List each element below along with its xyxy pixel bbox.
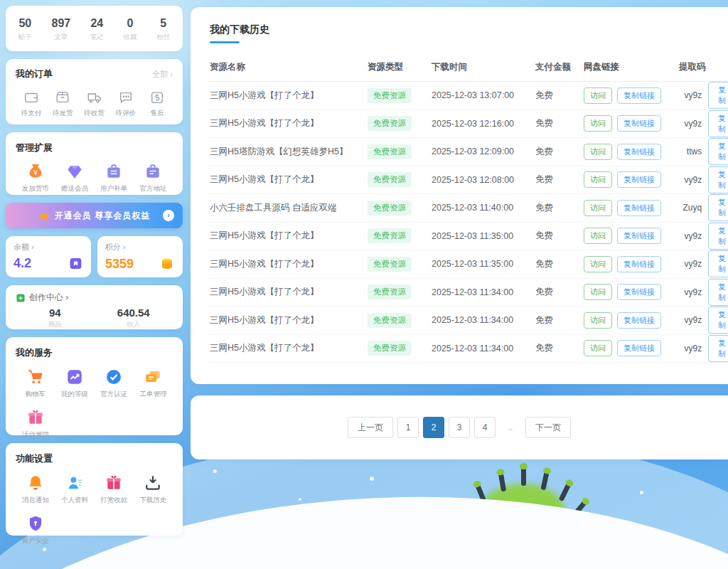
balance-card[interactable]: 余额 › 4.2 xyxy=(6,236,91,277)
stat-value: 50 xyxy=(18,17,32,30)
visit-button[interactable]: 访问 xyxy=(584,228,612,244)
visit-button[interactable]: 访问 xyxy=(584,256,612,272)
header-pay-amount: 支付金额 xyxy=(535,61,584,73)
copy-code-button[interactable]: 复制 xyxy=(708,138,728,165)
pay-amount: 免费 xyxy=(535,230,584,242)
copy-link-button[interactable]: 复制链接 xyxy=(617,312,661,329)
next-page-button[interactable]: 下一页 xyxy=(525,417,571,438)
order-item-pending-receive[interactable]: 待收货 xyxy=(78,90,109,118)
order-item-after-sales[interactable]: 售后 xyxy=(141,90,173,118)
stat-favorites[interactable]: 0 收藏 xyxy=(124,17,137,42)
copy-code-button[interactable]: 复制 xyxy=(708,307,728,334)
copy-code-button[interactable]: 复制 xyxy=(708,194,728,221)
copy-code-button[interactable]: 复制 xyxy=(708,223,728,250)
copy-code-button[interactable]: 复制 xyxy=(708,166,728,193)
coins-icon xyxy=(159,256,175,272)
copy-code-button[interactable]: 复制 xyxy=(708,335,728,362)
resource-type-badge: 免费资源 xyxy=(368,116,412,131)
settings-card: 功能设置 消息通知 个人资料 打赏收款 下载历史 账户安全 xyxy=(6,443,183,536)
shield-icon xyxy=(26,514,45,533)
page-button-..[interactable]: .. xyxy=(500,417,521,438)
copy-link-button[interactable]: 复制链接 xyxy=(617,115,661,132)
admin-item-gift-membership[interactable]: 赠送会员 xyxy=(55,162,94,193)
stat-fans[interactable]: 5 粉丝 xyxy=(156,17,170,42)
copy-code-button[interactable]: 复制 xyxy=(708,82,728,109)
page-button-2[interactable]: 2 xyxy=(423,417,444,438)
points-value: 5359 xyxy=(105,257,134,272)
admin-item-user-reorder[interactable]: 用户补单 xyxy=(95,162,134,193)
setting-item-download-history[interactable]: 下载历史 xyxy=(134,474,173,505)
table-row: 三网H5小游戏【打了个龙】 免费资源 2025-12-03 11:35:00 免… xyxy=(210,223,728,251)
briefcase-icon xyxy=(144,162,162,181)
pay-amount: 免费 xyxy=(535,314,584,326)
resource-name: 三网H5小游戏【打了个龙】 xyxy=(210,258,368,270)
copy-code-button[interactable]: 复制 xyxy=(708,110,728,137)
creation-icon xyxy=(16,293,26,303)
copy-link-button[interactable]: 复制链接 xyxy=(617,144,661,160)
copy-link-button[interactable]: 复制链接 xyxy=(617,200,661,216)
admin-item-official-address[interactable]: 官方地址 xyxy=(134,162,173,193)
stat-articles[interactable]: 897 文章 xyxy=(51,17,70,42)
visit-button[interactable]: 访问 xyxy=(584,284,612,300)
download-time: 2025-12-03 11:34:00 xyxy=(432,344,535,353)
service-item-activities[interactable]: 活动管理 xyxy=(16,408,55,440)
visit-button[interactable]: 访问 xyxy=(584,340,612,356)
page-button-3[interactable]: 3 xyxy=(449,417,470,438)
tab-download-history[interactable]: 我的下载历史 xyxy=(210,23,269,36)
pay-amount: 免费 xyxy=(535,258,584,270)
truck-icon xyxy=(87,90,102,105)
admin-item-issue-currency[interactable]: 发放货币 xyxy=(16,162,55,193)
copy-link-button[interactable]: 复制链接 xyxy=(617,171,661,188)
table-row: 三网H5塔防游戏【幻想英雄梦H5】 免费资源 2025-12-03 12:09:… xyxy=(210,138,728,166)
resource-name: 三网H5小游戏【打了个龙】 xyxy=(210,286,368,298)
services-card: 我的服务 购物车 我的等级 官方认证 工单管理 活动管理 xyxy=(6,337,183,435)
orders-card: 我的订单 全部 › 待支付 待发货 待收货 待评价 售后 xyxy=(6,59,183,124)
order-item-pending-ship[interactable]: 待发货 xyxy=(47,90,78,118)
tickets-icon xyxy=(144,368,162,386)
service-item-level[interactable]: 我的等级 xyxy=(55,368,94,399)
resource-type-badge: 免费资源 xyxy=(368,313,412,328)
tab-active-underline xyxy=(210,41,240,43)
copy-link-button[interactable]: 复制链接 xyxy=(617,340,661,356)
page-button-1[interactable]: 1 xyxy=(397,417,419,438)
resource-type-badge: 免费资源 xyxy=(368,201,412,216)
setting-item-profile[interactable]: 个人资料 xyxy=(55,474,94,505)
setting-item-rewards[interactable]: 打赏收款 xyxy=(95,474,134,505)
copy-link-button[interactable]: 复制链接 xyxy=(617,228,661,244)
resource-name: 三网H5小游戏【打了个龙】 xyxy=(210,90,368,102)
visit-button[interactable]: 访问 xyxy=(584,200,612,216)
creation-center-card[interactable]: 创作中心 › 94 商品 640.54 收入 xyxy=(6,285,183,329)
orders-all-link[interactable]: 全部 › xyxy=(152,69,173,80)
copy-code-button[interactable]: 复制 xyxy=(708,250,728,277)
order-item-pending-payment[interactable]: 待支付 xyxy=(16,90,47,118)
pay-amount: 免费 xyxy=(535,90,584,102)
stat-notes[interactable]: 24 笔记 xyxy=(90,17,104,42)
page-button-4[interactable]: 4 xyxy=(474,417,496,438)
vip-banner[interactable]: 开通会员 尊享会员权益 › xyxy=(6,203,183,228)
copy-link-button[interactable]: 复制链接 xyxy=(617,87,661,104)
points-card[interactable]: 积分 › 5359 xyxy=(97,236,183,277)
order-item-pending-review[interactable]: 待评价 xyxy=(110,90,141,118)
service-item-cart[interactable]: 购物车 xyxy=(16,368,55,399)
download-time: 2025-12-03 11:40:00 xyxy=(432,203,535,213)
prev-page-button[interactable]: 上一页 xyxy=(348,417,393,438)
visit-button[interactable]: 访问 xyxy=(584,171,612,188)
copy-link-button[interactable]: 复制链接 xyxy=(617,284,661,300)
stat-posts[interactable]: 50 帖子 xyxy=(18,17,32,42)
gift-icon xyxy=(26,408,45,427)
visit-button[interactable]: 访问 xyxy=(584,144,612,160)
setting-item-notifications[interactable]: 消息通知 xyxy=(16,474,55,505)
balance-icon xyxy=(68,256,83,271)
copy-code-button[interactable]: 复制 xyxy=(708,279,728,306)
visit-button[interactable]: 访问 xyxy=(584,312,612,329)
service-item-tickets[interactable]: 工单管理 xyxy=(134,368,173,399)
service-item-verification[interactable]: 官方认证 xyxy=(95,368,134,399)
creation-goods: 94 商品 xyxy=(16,307,95,329)
setting-item-security[interactable]: 账户安全 xyxy=(16,514,55,546)
visit-button[interactable]: 访问 xyxy=(584,87,612,104)
copy-link-button[interactable]: 复制链接 xyxy=(617,256,661,272)
extract-code: vy9z xyxy=(679,90,702,100)
visit-button[interactable]: 访问 xyxy=(584,115,612,132)
stat-label: 粉丝 xyxy=(156,33,170,42)
resource-type-badge: 免费资源 xyxy=(368,144,412,159)
